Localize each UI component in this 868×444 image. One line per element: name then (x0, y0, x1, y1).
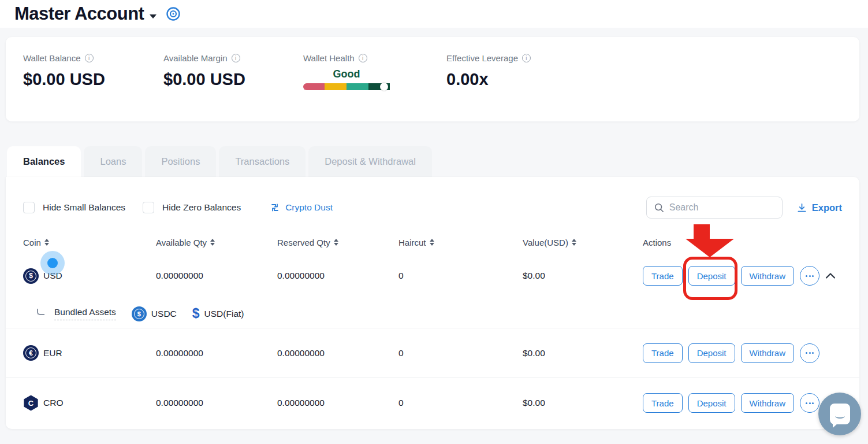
table-row-usd: $ USD 0.00000000 0.00000000 0 $0.00 Trad… (6, 252, 859, 299)
tab-loans[interactable]: Loans (84, 146, 142, 177)
effective-leverage-value: 0.00x (446, 70, 531, 89)
tab-deposit-withdrawal[interactable]: Deposit & Withdrawal (308, 146, 432, 177)
sort-icon (210, 239, 215, 246)
download-icon (796, 202, 807, 213)
page-title: Master Account (14, 3, 144, 24)
search-box[interactable] (646, 197, 783, 219)
visibility-eye-icon[interactable] (166, 6, 181, 21)
more-actions-button[interactable] (800, 393, 819, 413)
value-usd-value: $0.00 (523, 398, 643, 408)
withdraw-button[interactable]: Withdraw (741, 393, 795, 413)
column-header-actions: Actions (643, 238, 842, 247)
cro-coin-icon: C (23, 395, 39, 411)
trade-button[interactable]: Trade (643, 266, 683, 286)
withdraw-button[interactable]: Withdraw (741, 343, 795, 363)
sort-icon (334, 239, 338, 246)
more-actions-button[interactable] (800, 266, 819, 286)
column-header-coin[interactable]: Coin (23, 238, 156, 247)
trade-button[interactable]: Trade (643, 343, 683, 363)
wallet-health-status: Good (303, 68, 390, 80)
haircut-value: 0 (398, 348, 523, 358)
stat-wallet-health: Wallet Health Good (286, 37, 429, 121)
bundled-asset-usd-fiat: $ USD(Fiat) (192, 306, 244, 321)
usdc-label: USDC (151, 309, 177, 319)
effective-leverage-label: Effective Leverage (446, 53, 518, 63)
hide-small-balances-toggle[interactable]: Hide Small Balances (23, 202, 125, 213)
health-indicator-dot (380, 83, 388, 91)
health-segment-teal (347, 83, 368, 90)
balances-panel: Hide Small Balances Hide Zero Balances C… (6, 177, 859, 429)
health-segment-yellow (325, 83, 347, 90)
reserved-qty-value: 0.00000000 (277, 398, 398, 408)
top-bar: Master Account (0, 0, 868, 28)
usd-fiat-label: USD(Fiat) (204, 309, 244, 319)
info-icon[interactable] (359, 54, 367, 62)
available-qty-value: 0.00000000 (156, 348, 277, 358)
click-indicator-dot (47, 258, 58, 268)
hide-zero-balances-label: Hide Zero Balances (162, 202, 241, 213)
tree-branch-icon (37, 309, 44, 315)
available-qty-value: 0.00000000 (156, 398, 277, 408)
chat-support-button[interactable] (818, 393, 861, 435)
wallet-stats-card: Wallet Balance $0.00 USD Available Margi… (6, 37, 859, 121)
sort-icon (44, 239, 49, 246)
health-segment-red (303, 83, 325, 90)
info-icon[interactable] (522, 54, 531, 62)
stat-available-margin: Available Margin $0.00 USD (146, 37, 286, 121)
account-tabs: Balances Loans Positions Transactions De… (7, 146, 868, 177)
wallet-health-label: Wallet Health (303, 53, 355, 63)
value-usd-value: $0.00 (523, 271, 643, 281)
sort-icon (572, 239, 576, 246)
annotation-arrow-head (686, 239, 734, 257)
trade-button[interactable]: Trade (643, 393, 683, 413)
tab-positions[interactable]: Positions (145, 146, 216, 177)
available-margin-value: $0.00 USD (163, 70, 286, 89)
hide-small-balances-label: Hide Small Balances (43, 202, 125, 213)
withdraw-button[interactable]: Withdraw (741, 266, 795, 286)
filter-row: Hide Small Balances Hide Zero Balances C… (6, 177, 859, 219)
account-dropdown-caret-icon[interactable] (150, 14, 157, 18)
sort-icon (430, 239, 434, 246)
bundled-asset-usdc: $ USDC (132, 306, 177, 321)
column-header-reserved-qty[interactable]: Reserved Qty (277, 238, 398, 247)
search-input[interactable] (669, 202, 775, 213)
deposit-button[interactable]: Deposit (688, 266, 735, 286)
wallet-balance-label: Wallet Balance (23, 53, 81, 63)
usd-fiat-icon: $ (192, 306, 200, 321)
coin-name: CRO (43, 398, 63, 408)
wallet-health-gauge (303, 83, 390, 90)
wallet-balance-value: $0.00 USD (23, 70, 146, 89)
usdc-coin-icon: $ (132, 306, 147, 321)
hide-small-balances-checkbox[interactable] (23, 202, 35, 213)
available-margin-label: Available Margin (163, 53, 228, 63)
haircut-value: 0 (398, 398, 523, 408)
deposit-button[interactable]: Deposit (688, 393, 735, 413)
export-button[interactable]: Export (796, 202, 842, 213)
stat-effective-leverage: Effective Leverage 0.00x (429, 37, 531, 121)
info-icon[interactable] (85, 54, 94, 62)
export-label: Export (812, 202, 842, 213)
hide-zero-balances-checkbox[interactable] (143, 202, 154, 213)
hide-zero-balances-toggle[interactable]: Hide Zero Balances (143, 202, 241, 213)
info-icon[interactable] (232, 54, 240, 62)
crypto-dust-label: Crypto Dust (285, 202, 333, 213)
annotation-arrow-icon (694, 224, 710, 239)
column-header-value-usd[interactable]: Value(USD) (523, 238, 643, 247)
bundled-assets-label[interactable]: Bundled Assets (54, 307, 116, 320)
tab-balances[interactable]: Balances (7, 146, 81, 177)
more-actions-button[interactable] (800, 343, 819, 363)
crypto-dust-icon (270, 202, 280, 213)
usd-coin-icon: $ (23, 268, 39, 284)
crypto-dust-link[interactable]: Crypto Dust (270, 202, 333, 213)
collapse-chevron-icon[interactable] (825, 272, 836, 279)
reserved-qty-value: 0.00000000 (277, 271, 398, 281)
reserved-qty-value: 0.00000000 (277, 348, 398, 358)
deposit-button[interactable]: Deposit (688, 343, 735, 363)
coin-name: EUR (43, 348, 62, 358)
table-row-cro: C CRO 0.00000000 0.00000000 0 $0.00 Trad… (6, 378, 859, 428)
table-row-eur: € EUR 0.00000000 0.00000000 0 $0.00 Trad… (6, 328, 859, 378)
search-icon (654, 202, 664, 213)
tab-transactions[interactable]: Transactions (219, 146, 306, 177)
column-header-haircut[interactable]: Haircut (398, 238, 523, 247)
column-header-available-qty[interactable]: Available Qty (156, 238, 277, 247)
